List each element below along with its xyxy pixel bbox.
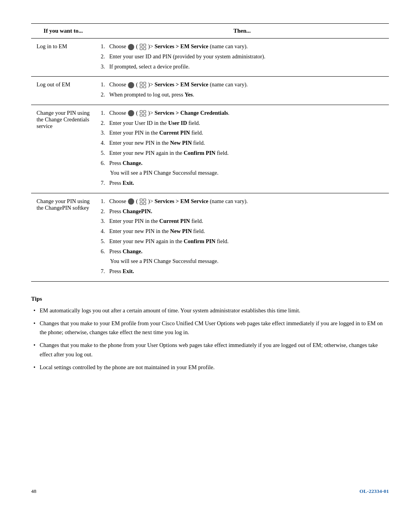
table-row: Log in to EM1.Choose ( )> Services > EM …: [31, 39, 389, 77]
step-content: Enter your new PIN in the New PIN field.: [109, 139, 205, 147]
circle-icon: [128, 44, 134, 50]
step-number: 1.: [101, 110, 109, 116]
steps-wrapper: 1.Choose ( )> Services > Change Credenti…: [101, 109, 383, 188]
step-row: 2.When prompted to log out, press Yes.: [101, 91, 383, 99]
step-content: Press Exit.: [109, 267, 134, 276]
svg-rect-1: [144, 44, 146, 46]
step-content: Enter your User ID in the User ID field.: [109, 119, 200, 128]
step-row: 1.Choose ( )> Services > EM Service (nam…: [101, 197, 383, 206]
step-row: 1.Choose ( )> Services > EM Service (nam…: [101, 42, 383, 51]
step-number: 2.: [101, 53, 109, 60]
row-left-cell: Log in to EM: [31, 39, 95, 77]
tips-section: Tips EM automatically logs you out after…: [31, 296, 389, 372]
step-content: Enter your new PIN in the New PIN field.: [109, 227, 205, 236]
step-number: 7.: [101, 180, 109, 186]
page-number: 48: [31, 488, 37, 494]
step-number: 2.: [101, 120, 109, 126]
step-row: 7.Press Exit.: [101, 267, 383, 276]
step-content: When prompted to log out, press Yes.: [109, 91, 194, 99]
step-number: 1.: [101, 43, 109, 50]
svg-rect-4: [140, 82, 142, 84]
step-row: 6.Press Change.: [101, 159, 383, 168]
step-number: 1.: [101, 81, 109, 88]
step-number: 4.: [101, 140, 109, 146]
step-row: 5.Enter your new PIN again in the Confir…: [101, 237, 383, 246]
row-left-cell: Log out of EM: [31, 77, 95, 105]
step-content: Press Exit.: [109, 179, 134, 188]
step-row: 2.Press ChangePIN.: [101, 207, 383, 216]
step-number: 3.: [101, 218, 109, 224]
step-row: 7.Press Exit.: [101, 179, 383, 188]
step-content: Enter your PIN in the Current PIN field.: [109, 217, 203, 226]
step-row: 4.Enter your new PIN in the New PIN fiel…: [101, 139, 383, 147]
svg-rect-9: [144, 110, 146, 113]
step-row: 1.Choose ( )> Services > Change Credenti…: [101, 109, 383, 117]
circle-icon: [128, 82, 134, 88]
tip-item: Changes that you make to your EM profile…: [31, 319, 389, 337]
step-row: 3.If prompted, select a device profile.: [101, 63, 383, 71]
step-content: If prompted, select a device profile.: [109, 63, 190, 71]
step-number: 2.: [101, 208, 109, 215]
step-note: You will see a PIN Change Successful mes…: [101, 257, 383, 266]
svg-rect-12: [140, 199, 142, 201]
step-number: 7.: [101, 268, 109, 275]
tips-list: EM automatically logs you out after a ce…: [31, 306, 389, 372]
step-content: Enter your new PIN again in the Confirm …: [109, 237, 229, 246]
step-note: You will see a PIN Change Successful mes…: [101, 169, 383, 177]
step-content: Press Change.: [109, 159, 142, 168]
step-row: 5.Enter your new PIN again in the Confir…: [101, 149, 383, 158]
step-content: Choose ( )> Services > EM Service (name …: [109, 81, 248, 89]
svg-rect-3: [144, 47, 146, 50]
step-number: 1.: [101, 198, 109, 205]
svg-rect-8: [140, 110, 142, 113]
tips-title: Tips: [31, 296, 389, 302]
col-header-right: Then...: [95, 24, 389, 39]
row-left-cell: Change your PIN using the ChangePIN soft…: [31, 193, 95, 281]
step-content: Enter your user ID and PIN (provided by …: [109, 53, 265, 61]
step-row: 2.Enter your user ID and PIN (provided b…: [101, 53, 383, 61]
step-number: 2.: [101, 91, 109, 98]
step-number: 5.: [101, 238, 109, 245]
row-left-cell: Change your PIN using the Change Credent…: [31, 105, 95, 193]
row-right-cell: 1.Choose ( )> Services > EM Service (nam…: [95, 193, 389, 281]
step-row: 3.Enter your PIN in the Current PIN fiel…: [101, 129, 383, 137]
steps-wrapper: 1.Choose ( )> Services > EM Service (nam…: [101, 197, 383, 276]
grid-icon: [140, 82, 146, 88]
step-number: 6.: [101, 160, 109, 166]
step-row: 1.Choose ( )> Services > EM Service (nam…: [101, 81, 383, 89]
table-row: Change your PIN using the Change Credent…: [31, 105, 389, 193]
doc-number: OL-22334-01: [359, 488, 389, 494]
svg-rect-0: [140, 44, 142, 46]
tip-item: Local settings controlled by the phone a…: [31, 363, 389, 372]
svg-rect-13: [144, 199, 146, 201]
row-right-cell: 1.Choose ( )> Services > EM Service (nam…: [95, 39, 389, 77]
table-row: Log out of EM1.Choose ( )> Services > EM…: [31, 77, 389, 105]
step-content: Press Change.: [109, 247, 142, 256]
circle-icon: [128, 198, 134, 205]
grid-icon: [140, 198, 146, 205]
svg-rect-5: [144, 82, 146, 84]
step-content: Press ChangePIN.: [109, 207, 152, 216]
step-number: 6.: [101, 248, 109, 255]
steps-wrapper: 1.Choose ( )> Services > EM Service (nam…: [101, 42, 383, 71]
page-footer: 48 OL-22334-01: [31, 488, 389, 494]
svg-rect-2: [140, 47, 142, 50]
svg-rect-10: [140, 114, 142, 116]
tip-item: Changes that you make to the phone from …: [31, 341, 389, 359]
grid-icon: [140, 44, 146, 50]
step-content: Choose ( )> Services > EM Service (name …: [109, 42, 248, 51]
table-row: Change your PIN using the ChangePIN soft…: [31, 193, 389, 281]
row-right-cell: 1.Choose ( )> Services > EM Service (nam…: [95, 77, 389, 105]
svg-rect-14: [140, 202, 142, 205]
grid-icon: [140, 110, 146, 117]
svg-rect-6: [140, 86, 142, 88]
step-content: Choose ( )> Services > Change Credential…: [109, 109, 229, 117]
step-content: Choose ( )> Services > EM Service (name …: [109, 197, 248, 206]
step-content: Enter your new PIN again in the Confirm …: [109, 149, 229, 158]
tip-item: EM automatically logs you out after a ce…: [31, 306, 389, 315]
row-right-cell: 1.Choose ( )> Services > Change Credenti…: [95, 105, 389, 193]
circle-icon: [128, 110, 134, 116]
main-table: If you want to... Then... Log in to EM1.…: [31, 23, 389, 282]
step-number: 5.: [101, 150, 109, 156]
svg-rect-7: [144, 86, 146, 88]
